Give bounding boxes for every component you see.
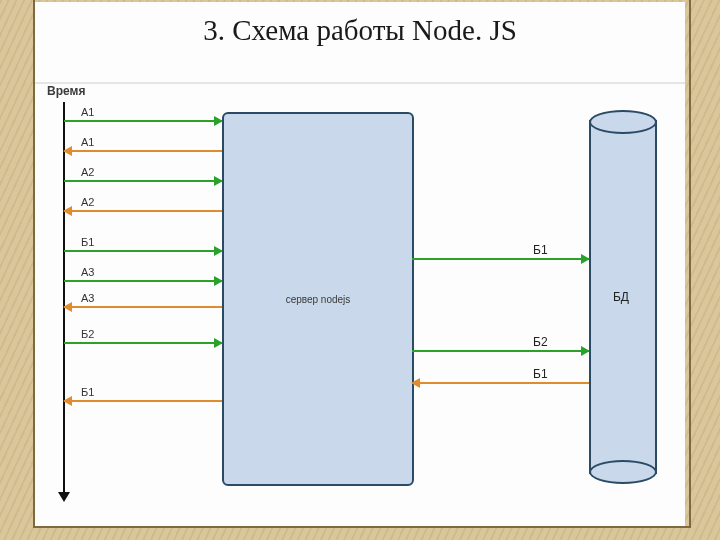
left-arrow bbox=[64, 342, 222, 344]
left-arrow-label: А2 bbox=[81, 196, 94, 208]
right-arrow bbox=[412, 258, 589, 260]
left-arrow bbox=[64, 150, 222, 152]
left-arrow-label: Б1 bbox=[81, 386, 94, 398]
slide-title: 3. Схема работы Node. JS bbox=[35, 14, 685, 47]
left-arrow bbox=[64, 400, 222, 402]
left-arrow-label: А2 bbox=[81, 166, 94, 178]
left-arrow-label: А3 bbox=[81, 292, 94, 304]
right-arrow-label: Б1 bbox=[533, 367, 548, 381]
right-arrow-label: Б2 bbox=[533, 335, 548, 349]
left-arrow bbox=[64, 306, 222, 308]
left-arrow bbox=[64, 120, 222, 122]
slide-root: 3. Схема работы Node. JS Время сервер no… bbox=[0, 0, 720, 540]
right-arrow bbox=[412, 350, 589, 352]
diagram-area: Время сервер nodejs БД А1А1А2А2Б1А3А3Б2Б… bbox=[35, 84, 685, 526]
left-arrow-label: А1 bbox=[81, 106, 94, 118]
database-label: БД bbox=[589, 110, 653, 484]
server-box: сервер nodejs bbox=[222, 112, 414, 486]
server-label: сервер nodejs bbox=[286, 294, 351, 305]
left-arrow bbox=[64, 210, 222, 212]
left-arrow bbox=[64, 180, 222, 182]
right-arrow bbox=[412, 382, 589, 384]
left-arrow-label: Б1 bbox=[81, 236, 94, 248]
time-axis bbox=[63, 102, 65, 500]
left-arrow-label: А3 bbox=[81, 266, 94, 278]
left-arrow-label: А1 bbox=[81, 136, 94, 148]
left-arrow-label: Б2 bbox=[81, 328, 94, 340]
left-arrow bbox=[64, 250, 222, 252]
title-card: 3. Схема работы Node. JS bbox=[35, 2, 685, 84]
left-arrow bbox=[64, 280, 222, 282]
database-cylinder: БД bbox=[589, 110, 653, 484]
right-arrow-label: Б1 bbox=[533, 243, 548, 257]
time-axis-label: Время bbox=[47, 84, 85, 98]
